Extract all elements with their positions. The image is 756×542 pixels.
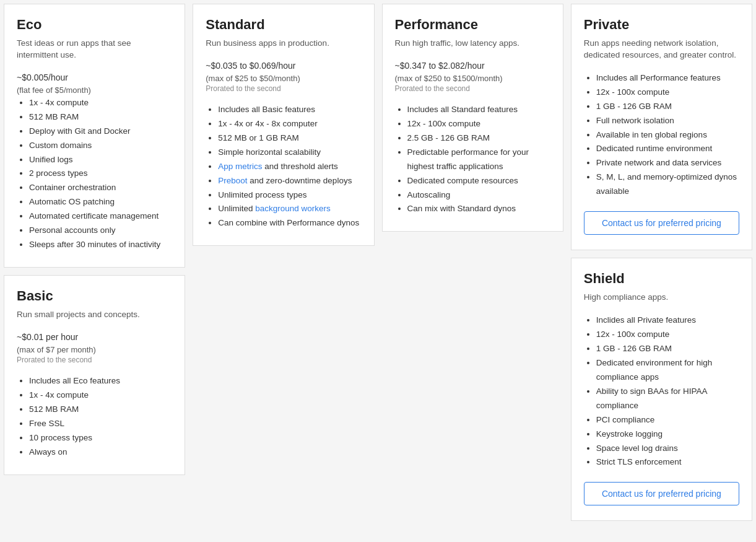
basic-price-secondary: (max of $7 per month) [17, 345, 172, 354]
background-workers-link[interactable]: background workers [255, 204, 331, 213]
performance-subtitle: Run high traffic, low latency apps. [395, 38, 550, 50]
performance-card: Performance Run high traffic, low latenc… [382, 4, 563, 232]
basic-card: Basic Run small projects and concepts. ~… [4, 275, 185, 475]
list-item: Space level log drains [596, 442, 739, 456]
shield-card: Shield High compliance apps. Inclides al… [571, 258, 752, 521]
eco-subtitle: Test ideas or run apps that see intermit… [17, 38, 172, 61]
list-item: Preboot and zero-downtime deploys [218, 174, 361, 188]
standard-features: Includes all Basic features 1x - 4x or 4… [206, 103, 361, 230]
eco-price-main: ~$0.005/hour [17, 71, 172, 84]
list-item: Custom domains [29, 139, 172, 153]
list-item: 512 MB or 1 GB RAM [218, 131, 361, 146]
private-subtitle: Run apps needing network isolation, dedi… [584, 38, 739, 61]
list-item: Includes all Performance features [596, 71, 739, 85]
list-item: PCI compliance [596, 413, 739, 427]
list-item: S, M, L, and memory-optimized dynos avai… [596, 170, 739, 199]
list-item: Includes all Basic features [218, 103, 361, 117]
list-item: 1x - 4x compute [29, 388, 172, 403]
shield-contact-button[interactable]: Contact us for preferred pricing [584, 482, 739, 505]
list-item: 1 GB - 126 GB RAM [596, 342, 739, 356]
list-item: App metrics and threshold alerts [218, 160, 361, 174]
list-item: 12x - 100x compute [596, 328, 739, 342]
list-item: Autoscaling [407, 188, 550, 203]
list-item: 512 MB RAM [29, 403, 172, 417]
standard-title: Standard [206, 17, 361, 33]
list-item: Available in ten global regions [596, 128, 739, 142]
list-item: Includes all Standard features [407, 103, 550, 117]
list-item: 1x - 4x or 4x - 8x computer [218, 117, 361, 131]
list-item: Can combine with Performance dynos [218, 216, 361, 230]
preboot-link[interactable]: Preboot [218, 176, 247, 185]
list-item: 12x - 100x compute [407, 117, 550, 131]
standard-price-note: Prorated to the second [206, 84, 361, 93]
basic-price-note: Prorated to the second [17, 356, 172, 364]
standard-card: Standard Run business apps in production… [193, 4, 374, 246]
eco-price-secondary: (flat fee of $5/month) [17, 85, 172, 95]
list-item: Keystroke logging [596, 427, 739, 442]
list-item: Deploy with Git and Docker [29, 125, 172, 139]
list-item: Sleeps after 30 minutes of inactivity [29, 238, 172, 252]
performance-price-main: ~$0.347 to $2.082/hour [395, 59, 550, 72]
list-item: Ability to sign BAAs for HIPAA complianc… [596, 385, 739, 413]
list-item: 10 process types [29, 431, 172, 445]
performance-features: Includes all Standard features 12x - 100… [395, 103, 550, 217]
list-item: Predictable performance for your highest… [407, 146, 550, 174]
list-item: Can mix with Standard dynos [407, 202, 550, 216]
list-item: 2.5 GB - 126 GB RAM [407, 131, 550, 146]
private-card: Private Run apps needing network isolati… [571, 4, 752, 250]
list-item: 12x - 100x compute [596, 85, 739, 100]
app-metrics-link[interactable]: App metrics [218, 162, 262, 171]
list-item: 1 GB - 126 GB RAM [596, 100, 739, 114]
basic-title: Basic [17, 288, 172, 304]
standard-price-main: ~$0.035 to $0.069/hour [206, 59, 361, 72]
list-item: Personal accounts only [29, 224, 172, 238]
basic-subtitle: Run small projects and concepts. [17, 309, 172, 321]
col-3: Private Run apps needing network isolati… [567, 0, 756, 525]
list-item: Full network isolation [596, 114, 739, 128]
list-item: 1x - 4x compute [29, 96, 172, 110]
list-item: Dedicated compute resources [407, 174, 550, 188]
list-item: Unlimited process types [218, 188, 361, 203]
eco-features: 1x - 4x compute 512 MB RAM Deploy with G… [17, 96, 172, 252]
col-2: Performance Run high traffic, low latenc… [378, 0, 567, 525]
list-item: Unified logs [29, 153, 172, 167]
list-item: Strict TLS enforcement [596, 455, 739, 470]
performance-title: Performance [395, 17, 550, 33]
list-item: Inclides all Private features [596, 313, 739, 328]
list-item: Includes all Eco features [29, 374, 172, 388]
list-item: 512 MB RAM [29, 110, 172, 125]
col-1: Standard Run business apps in production… [189, 0, 378, 525]
eco-card: Eco Test ideas or run apps that see inte… [4, 4, 185, 268]
performance-price-secondary: (max of $250 to $1500/month) [395, 74, 550, 83]
shield-subtitle: High compliance apps. [584, 292, 739, 304]
col-0: Eco Test ideas or run apps that see inte… [0, 0, 189, 525]
list-item: Unlimited background workers [218, 202, 361, 216]
private-contact-button[interactable]: Contact us for preferred pricing [584, 211, 739, 235]
pricing-grid: Eco Test ideas or run apps that see inte… [0, 0, 756, 525]
list-item: Dedicated environment for high complianc… [596, 356, 739, 385]
performance-price-note: Prorated to the second [395, 84, 550, 93]
basic-price-main: ~$0.01 per hour [17, 331, 172, 344]
list-item: Free SSL [29, 417, 172, 431]
list-item: Container orchestration [29, 181, 172, 195]
list-item: Private network and data services [596, 156, 739, 170]
private-title: Private [584, 17, 739, 33]
list-item: Always on [29, 445, 172, 460]
basic-features: Includes all Eco features 1x - 4x comput… [17, 374, 172, 460]
list-item: Automatic OS patching [29, 195, 172, 209]
standard-subtitle: Run business apps in production. [206, 38, 361, 50]
list-item: Dedicated runtime environment [596, 142, 739, 156]
list-item: Automated certificate management [29, 209, 172, 224]
eco-title: Eco [17, 17, 172, 33]
list-item: 2 process types [29, 167, 172, 181]
list-item: Simple horizontal scalability [218, 146, 361, 160]
shield-features: Inclides all Private features 12x - 100x… [584, 313, 739, 470]
private-features: Includes all Performance features 12x - … [584, 71, 739, 199]
shield-title: Shield [584, 271, 739, 287]
standard-price-secondary: (max of $25 to $50/month) [206, 74, 361, 83]
